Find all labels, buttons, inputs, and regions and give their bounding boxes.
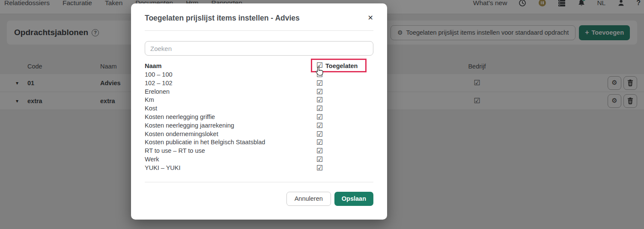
item-checkbox[interactable]: ☑ <box>316 113 323 121</box>
item-name: 102 – 102 <box>145 80 173 86</box>
list-item: YUKI – YUKI☑ <box>145 164 373 172</box>
item-checkbox[interactable]: ☑ <box>316 88 323 95</box>
list-item: Kosten ondernemingsloket☑ <box>145 130 373 139</box>
list-header-row: Naam ☑ Toegelaten <box>145 62 373 71</box>
item-name: Km <box>145 96 154 103</box>
item-checkbox[interactable]: ☑ <box>316 139 323 146</box>
list-item: Km☑ <box>145 96 373 104</box>
pricelist-items-list: Naam ☑ Toegelaten 100 – 100☐ 102 – 102☑ … <box>145 62 373 172</box>
item-name: Kosten ondernemingsloket <box>145 131 218 137</box>
item-checkbox[interactable]: ☑ <box>316 131 323 138</box>
item-checkbox[interactable]: ☑ <box>316 164 323 172</box>
item-checkbox[interactable]: ☑ <box>316 156 323 163</box>
list-item: 102 – 102☑ <box>145 79 373 88</box>
search-input[interactable] <box>145 41 373 56</box>
item-name: Werk <box>145 156 159 163</box>
item-name: Kosten neerlegging jaarrekening <box>145 122 234 129</box>
list-item: Kosten neerlegging griffie☑ <box>145 113 373 122</box>
list-item: Kost☑ <box>145 104 373 113</box>
list-item: Erelonen☑ <box>145 88 373 96</box>
item-checkbox[interactable]: ☑ <box>316 80 323 87</box>
list-header-toegelaten: Toegelaten <box>325 62 358 70</box>
item-name: Erelonen <box>145 88 170 95</box>
dialog-title: Toegelaten prijslijst items instellen - … <box>145 14 300 23</box>
close-icon[interactable]: ✕ <box>367 14 374 22</box>
item-name: YUKI – YUKI <box>145 164 181 171</box>
list-item: Werk☑ <box>145 155 373 164</box>
list-item: Kosten neerlegging jaarrekening☑ <box>145 122 373 130</box>
item-checkbox[interactable]: ☑ <box>316 122 323 129</box>
list-item: RT to use – RT to use☑ <box>145 147 373 155</box>
item-checkbox[interactable]: ☑ <box>316 96 323 104</box>
allowed-pricelist-items-dialog: Toegelaten prijslijst items instellen - … <box>131 3 387 220</box>
item-checkbox[interactable]: ☐ <box>316 71 323 78</box>
dialog-header: Toegelaten prijslijst items instellen - … <box>131 3 387 23</box>
item-name: Kosten neerlegging griffie <box>145 113 215 120</box>
item-checkbox[interactable]: ☑ <box>316 105 323 112</box>
select-all-checkbox[interactable]: ☑ <box>316 62 323 69</box>
list-item: 100 – 100☐ <box>145 71 373 79</box>
list-item: Kosten publicatie in het Belgisch Staats… <box>145 138 373 147</box>
item-checkbox[interactable]: ☑ <box>316 147 323 155</box>
item-name: RT to use – RT to use <box>145 147 205 154</box>
item-name: 100 – 100 <box>145 71 173 78</box>
cancel-button[interactable]: Annuleren <box>286 192 331 206</box>
dialog-footer: Annuleren Opslaan <box>131 182 387 206</box>
item-name: Kosten publicatie in het Belgisch Staats… <box>145 139 265 146</box>
divider <box>145 30 373 31</box>
item-name: Kost <box>145 105 157 112</box>
save-button[interactable]: Opslaan <box>334 192 373 206</box>
list-header-naam: Naam <box>145 62 162 69</box>
